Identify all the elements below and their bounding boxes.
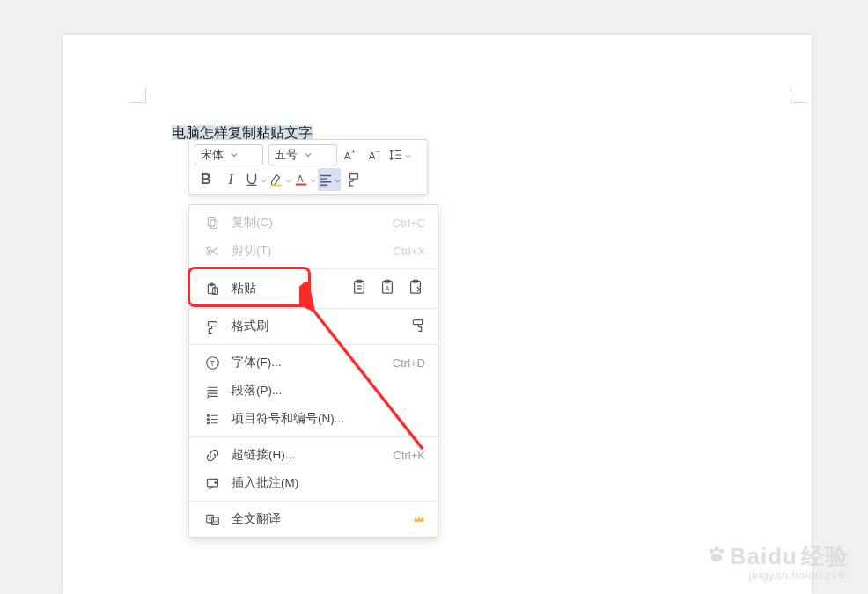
svg-text:A: A	[369, 150, 376, 161]
copy-icon	[202, 214, 223, 231]
paste-icon	[202, 280, 223, 297]
menu-item-shortcut: Ctrl+D	[393, 356, 425, 370]
menu-item-bullets[interactable]: 项目符号和编号(N)...	[189, 405, 438, 433]
font-size-value: 五号	[275, 147, 298, 163]
link-icon	[202, 446, 223, 464]
menu-item-label: 格式刷	[232, 319, 410, 334]
font-family-select[interactable]: 宋体	[195, 144, 263, 165]
svg-rect-22	[208, 321, 217, 326]
menu-item-copy[interactable]: 复制(C) Ctrl+C	[189, 209, 438, 237]
paw-icon	[707, 543, 726, 570]
svg-rect-6	[296, 184, 307, 186]
italic-button[interactable]: I	[219, 168, 242, 191]
svg-point-10	[207, 247, 210, 251]
chevron-down-icon	[261, 172, 267, 187]
watermark-main: Baidu	[730, 543, 798, 570]
chevron-down-icon	[305, 151, 312, 158]
svg-rect-7	[350, 174, 358, 179]
svg-text:T: T	[210, 358, 214, 367]
svg-text:A: A	[298, 173, 305, 184]
menu-item-hyperlink[interactable]: 超链接(H)... Ctrl+K	[189, 441, 438, 469]
menu-item-shortcut: Ctrl+C	[393, 216, 425, 230]
menu-item-paste[interactable]: 粘贴	[189, 273, 295, 304]
translate-icon: A文	[202, 510, 223, 528]
watermark-brand: 经验	[801, 541, 849, 572]
menu-separator	[189, 436, 438, 437]
comment-icon	[202, 474, 223, 492]
context-menu: 复制(C) Ctrl+C 剪切(T) Ctrl+X 粘贴 A 格式刷 T 字体(…	[188, 204, 438, 538]
highlight-color-button[interactable]	[268, 168, 291, 191]
menu-separator	[189, 268, 438, 269]
svg-rect-23	[413, 320, 422, 325]
decrease-font-size-button[interactable]: A−	[364, 143, 386, 166]
svg-text:文: 文	[213, 518, 217, 524]
bullets-icon	[202, 410, 223, 428]
menu-item-shortcut: Ctrl+X	[394, 245, 425, 258]
format-painter-icon	[202, 318, 223, 335]
menu-item-label: 插入批注(M)	[232, 475, 425, 491]
font-family-value: 宋体	[201, 147, 224, 163]
chevron-down-icon	[231, 151, 238, 158]
chevron-down-icon	[285, 172, 291, 187]
svg-point-28	[207, 422, 209, 423]
font-icon: T	[202, 354, 223, 371]
svg-point-26	[207, 414, 209, 416]
page-margin-marker-tr	[791, 87, 806, 103]
svg-point-11	[207, 252, 210, 255]
menu-item-label: 全文翻译	[232, 511, 408, 527]
svg-text:A: A	[344, 150, 351, 161]
svg-rect-9	[210, 220, 217, 228]
paragraph-icon	[202, 382, 223, 400]
svg-text:−: −	[376, 148, 380, 156]
scissors-icon	[202, 242, 223, 260]
watermark-sub: jingyan.baidu.com	[707, 568, 849, 582]
paste-match-dest-button[interactable]	[408, 279, 423, 298]
chevron-down-icon	[405, 147, 411, 163]
menu-item-cut[interactable]: 剪切(T) Ctrl+X	[189, 237, 438, 265]
bold-button[interactable]: B	[195, 168, 217, 191]
menu-separator	[189, 344, 438, 345]
menu-separator	[189, 501, 438, 502]
watermark: Baidu 经验 jingyan.baidu.com	[707, 541, 849, 582]
crown-icon	[413, 513, 425, 526]
paste-text-only-button[interactable]: A	[379, 279, 395, 298]
chevron-down-icon	[335, 172, 341, 187]
menu-item-label: 粘贴	[232, 281, 256, 297]
svg-point-35	[710, 549, 715, 554]
svg-point-27	[207, 418, 209, 420]
alignment-button[interactable]	[318, 168, 341, 191]
format-painter-button[interactable]	[342, 168, 365, 191]
page-margin-marker-tl	[130, 87, 146, 103]
svg-rect-20	[411, 282, 421, 294]
menu-item-paste-row: 粘贴 A	[189, 273, 438, 304]
format-painter-alt-icon	[410, 318, 425, 335]
svg-point-37	[719, 549, 725, 554]
svg-point-36	[714, 546, 719, 552]
menu-item-label: 复制(C)	[232, 215, 393, 231]
font-size-select[interactable]: 五号	[268, 144, 337, 165]
svg-text:A: A	[386, 285, 390, 291]
menu-item-shortcut: Ctrl+K	[394, 449, 425, 462]
menu-item-label: 超链接(H)...	[232, 447, 394, 463]
menu-item-paragraph[interactable]: 段落(P)...	[189, 377, 438, 405]
menu-item-translate[interactable]: A文 全文翻译	[189, 505, 438, 533]
chevron-down-icon	[310, 172, 316, 187]
line-spacing-button[interactable]	[388, 143, 411, 166]
paste-keep-formatting-button[interactable]	[351, 279, 367, 298]
svg-rect-8	[208, 217, 215, 225]
menu-item-label: 段落(P)...	[232, 383, 425, 399]
menu-item-comment[interactable]: 插入批注(M)	[189, 469, 438, 497]
menu-separator	[189, 308, 438, 309]
menu-item-label: 剪切(T)	[232, 243, 394, 259]
menu-item-label: 项目符号和编号(N)...	[232, 411, 425, 427]
menu-item-label: 字体(F)...	[232, 355, 393, 370]
svg-rect-4	[271, 184, 283, 186]
svg-text:+: +	[351, 148, 356, 156]
mini-formatting-toolbar: 宋体 五号 A+ A− B I A	[188, 139, 428, 195]
increase-font-size-button[interactable]: A+	[339, 143, 362, 166]
underline-button[interactable]	[244, 168, 267, 191]
font-color-button[interactable]: A	[293, 168, 316, 191]
menu-item-font[interactable]: T 字体(F)... Ctrl+D	[189, 348, 438, 377]
menu-item-format-painter[interactable]: 格式刷	[189, 312, 438, 341]
svg-text:A: A	[208, 516, 211, 521]
